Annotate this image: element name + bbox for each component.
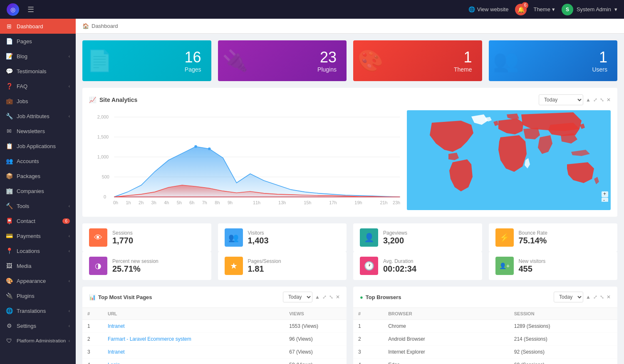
chart-point-blue-peak [194, 145, 197, 148]
top-pages-date-select[interactable]: Today [283, 292, 312, 302]
pageviews-icon: 👤 [360, 228, 378, 247]
top-browsers-fullscreen-btn[interactable]: ⤡ [600, 294, 604, 300]
x-label-23h: 23h [393, 200, 400, 205]
x-label-6h: 6h [189, 200, 194, 205]
top-browsers-expand-btn[interactable]: ⤢ [593, 294, 597, 300]
row-browser: Chrome [383, 320, 509, 333]
hamburger-button[interactable]: ☰ [27, 5, 34, 14]
app-logo[interactable]: ◎ [7, 3, 19, 16]
sidebar-label-dashboard: Dashboard [17, 23, 43, 30]
x-label-5h: 5h [177, 200, 182, 205]
x-label-17h: 17h [329, 200, 337, 205]
sidebar-label-job-attributes: Job Attributes [17, 113, 50, 119]
bottom-row: 📊 Top Most Visit Pages Today ▲ ⤢ ⤡ ✕ [82, 287, 617, 364]
sidebar-item-packages[interactable]: 📦 Packages [0, 168, 76, 183]
sessions-area [114, 146, 400, 197]
home-icon: 🏠 [82, 23, 89, 29]
row-num: 1 [353, 320, 383, 333]
top-browsers-date-select[interactable]: Today [554, 292, 583, 302]
analytics-expand-btn[interactable]: ⤢ [593, 97, 597, 103]
testimonials-icon: 💬 [6, 68, 12, 74]
stat-card-pages[interactable]: 📄 16 Pages [82, 40, 211, 81]
sidebar-item-newsletters[interactable]: ✉ Newsletters [0, 124, 76, 139]
breadcrumb: 🏠 Dashboard [76, 19, 624, 34]
blog-chevron-icon: ‹ [69, 54, 70, 59]
top-pages-controls: Today ▲ ⤢ ⤡ ✕ [283, 292, 340, 302]
row-session: 60 (Sessions) [509, 359, 617, 364]
row-browser: Android Browser [383, 333, 509, 346]
sidebar-item-media[interactable]: 🖼 Media [0, 258, 76, 273]
metric-new-visitors: 👤+ New visitors 455 [489, 252, 618, 280]
analytics-close-btn[interactable]: ✕ [607, 97, 611, 103]
x-label-1h: 1h [126, 200, 131, 205]
analytics-date-select[interactable]: Today Yesterday Last 7 days Last 30 days [539, 94, 583, 105]
sidebar-label-testimonials: Testimonials [17, 68, 47, 74]
sidebar-item-plugins[interactable]: 🔌 Plugins [0, 288, 76, 303]
x-label-11h: 11h [253, 200, 260, 205]
sidebar-item-locations[interactable]: 📍 Locations ‹ [0, 243, 76, 258]
row-browser: Edge [383, 359, 509, 364]
top-pages-fullscreen-btn[interactable]: ⤡ [329, 294, 333, 300]
stat-card-plugins[interactable]: 🔌 23 Plugins [218, 40, 347, 81]
sidebar-item-jobs[interactable]: 💼 Jobs [0, 94, 76, 109]
table-row: 3 Intranet 67 (Views) [82, 346, 347, 359]
sidebar-item-platform-admin[interactable]: 🛡 Platform Administration ‹ [0, 333, 76, 348]
chart-wrapper: 2,000 1,500 1,000 500 0 [89, 110, 407, 210]
contact-icon: 📮 [6, 218, 12, 224]
sidebar-label-newsletters: Newsletters [17, 128, 45, 134]
sidebar-item-testimonials[interactable]: 💬 Testimonials [0, 64, 76, 79]
user-menu[interactable]: S System Admin ▾ [562, 4, 617, 15]
sidebar-item-tools[interactable]: 🔨 Tools ‹ [0, 198, 76, 213]
top-browsers-section: ● Top Browsers Today ▲ ⤢ ⤡ ✕ [353, 287, 617, 364]
row-num: 3 [353, 346, 383, 359]
sidebar-item-companies[interactable]: 🏢 Companies [0, 183, 76, 198]
row-num: 3 [82, 346, 103, 359]
analytics-refresh-btn[interactable]: ▲ [586, 97, 591, 103]
theme-dropdown[interactable]: Theme ▾ [533, 6, 555, 12]
top-browsers-close-btn[interactable]: ✕ [607, 294, 611, 300]
sidebar-item-accounts[interactable]: 👥 Accounts [0, 154, 76, 168]
y-label-0: 0 [104, 194, 106, 199]
stat-card-theme[interactable]: 🎨 1 Theme [353, 40, 482, 81]
col-num-b: # [353, 308, 383, 320]
top-browsers-up-btn[interactable]: ▲ [586, 294, 591, 300]
analytics-fullscreen-btn[interactable]: ⤡ [600, 97, 604, 103]
breadcrumb-label: Dashboard [92, 23, 118, 29]
x-label-15h: 15h [304, 200, 311, 205]
sidebar-item-pages[interactable]: 📄 Pages [0, 34, 76, 49]
top-pages-close-btn[interactable]: ✕ [336, 294, 340, 300]
stat-card-users[interactable]: 👥 1 Users [489, 40, 618, 81]
notification-button[interactable]: 🔔 6 [515, 4, 527, 15]
sidebar-item-job-attributes[interactable]: 🔧 Job Attributes ‹ [0, 109, 76, 124]
sessions-value: 1,770 [112, 236, 133, 245]
top-browsers-title-icon: ● [360, 294, 363, 300]
payments-icon: 💳 [6, 233, 12, 239]
sidebar-item-payments[interactable]: 💳 Payments ‹ [0, 228, 76, 243]
sidebar-item-contact[interactable]: 📮 Contact 6 [0, 213, 76, 228]
sidebar-item-job-applications[interactable]: 📋 Job Applications [0, 139, 76, 154]
sidebar-item-faq[interactable]: ❓ FAQ ‹ [0, 79, 76, 94]
sidebar-label-translations: Translations [17, 308, 46, 314]
main-content: 🏠 Dashboard 📄 16 Pages 🔌 23 Plugins 🎨 1 … [76, 19, 624, 364]
top-browsers-title: ● Top Browsers [360, 294, 401, 300]
top-pages-expand-btn[interactable]: ⤢ [322, 294, 327, 300]
metric-sessions: 👁 Sessions 1,770 [82, 223, 211, 252]
row-views: 1553 (Views) [284, 320, 347, 333]
top-pages-up-btn[interactable]: ▲ [315, 294, 320, 300]
sidebar-item-dashboard[interactable]: ⊞ Dashboard [0, 19, 76, 34]
table-row: 4 Edge 60 (Sessions) [353, 359, 617, 364]
bounce-rate-label: Bounce Rate [519, 230, 547, 236]
sidebar-item-settings[interactable]: ⚙ Settings ‹ [0, 318, 76, 333]
sidebar-item-blog[interactable]: 📝 Blog ‹ [0, 49, 76, 64]
newsletters-icon: ✉ [6, 128, 12, 134]
sidebar-item-translations[interactable]: 🌐 Translations ‹ [0, 303, 76, 318]
job-attributes-icon: 🔧 [6, 113, 12, 119]
row-url: Login [103, 359, 284, 364]
sidebar-item-appearance[interactable]: 🎨 Appearance ‹ [0, 273, 76, 288]
pages-icon: 📄 [6, 38, 12, 45]
svg-text:-: - [603, 197, 605, 202]
world-map: + - [407, 110, 611, 210]
view-website-link[interactable]: 🌐 View website [468, 6, 509, 12]
sessions-info: Sessions 1,770 [112, 230, 133, 245]
y-label-1000: 1,000 [97, 154, 109, 159]
